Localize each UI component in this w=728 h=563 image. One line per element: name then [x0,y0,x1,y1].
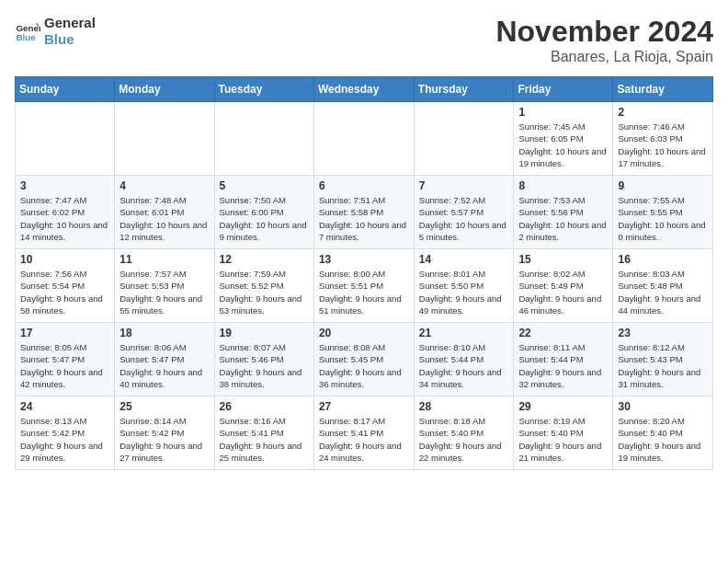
week-row-2: 3Sunrise: 7:47 AM Sunset: 6:02 PM Daylig… [16,176,713,249]
day-number: 30 [618,400,708,413]
day-number: 3 [20,179,109,192]
calendar-cell: 3Sunrise: 7:47 AM Sunset: 6:02 PM Daylig… [16,176,115,249]
day-info: Sunrise: 8:01 AM Sunset: 5:50 PM Dayligh… [419,268,509,316]
day-info: Sunrise: 8:05 AM Sunset: 5:47 PM Dayligh… [20,341,109,390]
weekday-header-row: SundayMondayTuesdayWednesdayThursdayFrid… [16,77,713,102]
svg-text:Blue: Blue [16,32,36,42]
calendar-cell: 29Sunrise: 8:19 AM Sunset: 5:40 PM Dayli… [514,396,613,470]
calendar-cell: 27Sunrise: 8:17 AM Sunset: 5:41 PM Dayli… [313,396,414,470]
day-number: 12 [220,253,309,266]
day-info: Sunrise: 8:06 AM Sunset: 5:47 PM Dayligh… [119,341,209,390]
day-number: 4 [119,179,209,192]
day-number: 7 [419,179,509,192]
weekday-header-thursday: Thursday [414,77,514,102]
day-number: 20 [319,327,409,339]
day-info: Sunrise: 7:59 AM Sunset: 5:52 PM Dayligh… [220,268,309,316]
calendar-cell: 28Sunrise: 8:18 AM Sunset: 5:40 PM Dayli… [414,396,514,470]
week-row-4: 17Sunrise: 8:05 AM Sunset: 5:47 PM Dayli… [16,323,713,396]
day-info: Sunrise: 7:56 AM Sunset: 5:54 PM Dayligh… [20,268,109,316]
calendar-cell [414,102,514,176]
day-info: Sunrise: 7:57 AM Sunset: 5:53 PM Dayligh… [119,268,209,316]
day-info: Sunrise: 8:03 AM Sunset: 5:48 PM Dayligh… [618,268,708,316]
weekday-header-tuesday: Tuesday [214,77,313,102]
calendar-cell: 19Sunrise: 8:07 AM Sunset: 5:46 PM Dayli… [214,323,313,396]
day-number: 11 [119,253,209,266]
day-number: 28 [419,400,509,413]
day-info: Sunrise: 7:51 AM Sunset: 5:58 PM Dayligh… [319,194,409,243]
calendar-cell: 8Sunrise: 7:53 AM Sunset: 5:56 PM Daylig… [514,176,613,249]
day-number: 16 [618,253,708,266]
day-info: Sunrise: 8:02 AM Sunset: 5:49 PM Dayligh… [518,268,608,316]
calendar-cell: 16Sunrise: 8:03 AM Sunset: 5:48 PM Dayli… [613,249,713,323]
day-number: 26 [220,400,309,413]
calendar-cell [214,102,313,176]
calendar-cell: 21Sunrise: 8:10 AM Sunset: 5:44 PM Dayli… [414,323,514,396]
calendar-cell: 13Sunrise: 8:00 AM Sunset: 5:51 PM Dayli… [313,249,414,323]
weekday-header-monday: Monday [115,77,214,102]
day-number: 13 [319,253,409,266]
week-row-1: 1Sunrise: 7:45 AM Sunset: 6:05 PM Daylig… [16,102,713,176]
calendar-cell: 17Sunrise: 8:05 AM Sunset: 5:47 PM Dayli… [16,323,115,396]
day-number: 9 [618,179,708,192]
day-info: Sunrise: 7:52 AM Sunset: 5:57 PM Dayligh… [419,194,509,243]
calendar-cell: 18Sunrise: 8:06 AM Sunset: 5:47 PM Dayli… [115,323,214,396]
calendar-cell: 25Sunrise: 8:14 AM Sunset: 5:42 PM Dayli… [115,396,214,470]
day-number: 8 [518,179,608,192]
weekday-header-saturday: Saturday [613,77,713,102]
calendar-cell [16,102,115,176]
weekday-header-sunday: Sunday [16,77,115,102]
day-info: Sunrise: 8:12 AM Sunset: 5:43 PM Dayligh… [618,341,708,390]
day-number: 24 [20,400,109,413]
weekday-header-friday: Friday [514,77,613,102]
day-info: Sunrise: 7:53 AM Sunset: 5:56 PM Dayligh… [518,194,608,243]
week-row-3: 10Sunrise: 7:56 AM Sunset: 5:54 PM Dayli… [16,249,713,323]
calendar-cell: 20Sunrise: 8:08 AM Sunset: 5:45 PM Dayli… [313,323,414,396]
day-number: 15 [518,253,608,266]
day-info: Sunrise: 8:00 AM Sunset: 5:51 PM Dayligh… [319,268,409,316]
day-info: Sunrise: 7:46 AM Sunset: 6:03 PM Dayligh… [618,121,708,169]
calendar-cell: 30Sunrise: 8:20 AM Sunset: 5:40 PM Dayli… [613,396,713,470]
day-number: 18 [119,327,209,339]
weekday-header-wednesday: Wednesday [313,77,414,102]
calendar-cell: 2Sunrise: 7:46 AM Sunset: 6:03 PM Daylig… [613,102,713,176]
day-number: 14 [419,253,509,266]
day-number: 10 [20,253,109,266]
calendar-cell: 1Sunrise: 7:45 AM Sunset: 6:05 PM Daylig… [514,102,613,176]
day-info: Sunrise: 8:08 AM Sunset: 5:45 PM Dayligh… [319,341,409,390]
day-info: Sunrise: 8:17 AM Sunset: 5:41 PM Dayligh… [319,415,409,464]
day-number: 17 [20,327,109,339]
day-number: 5 [220,179,309,192]
day-info: Sunrise: 7:45 AM Sunset: 6:05 PM Dayligh… [518,121,608,169]
calendar-cell: 6Sunrise: 7:51 AM Sunset: 5:58 PM Daylig… [313,176,414,249]
calendar-cell: 24Sunrise: 8:13 AM Sunset: 5:42 PM Dayli… [16,396,115,470]
day-number: 23 [618,327,708,339]
day-info: Sunrise: 7:50 AM Sunset: 6:00 PM Dayligh… [220,194,309,243]
location: Banares, La Rioja, Spain [495,49,713,65]
calendar-cell: 9Sunrise: 7:55 AM Sunset: 5:55 PM Daylig… [613,176,713,249]
day-info: Sunrise: 8:10 AM Sunset: 5:44 PM Dayligh… [419,341,509,390]
calendar-cell: 26Sunrise: 8:16 AM Sunset: 5:41 PM Dayli… [214,396,313,470]
day-number: 6 [319,179,409,192]
calendar-table: SundayMondayTuesdayWednesdayThursdayFrid… [15,76,713,470]
day-info: Sunrise: 7:47 AM Sunset: 6:02 PM Dayligh… [20,194,109,243]
day-number: 29 [518,400,608,413]
day-info: Sunrise: 8:11 AM Sunset: 5:44 PM Dayligh… [518,341,608,390]
calendar-cell [313,102,414,176]
day-number: 2 [618,106,708,119]
calendar-cell: 7Sunrise: 7:52 AM Sunset: 5:57 PM Daylig… [414,176,514,249]
calendar-cell: 5Sunrise: 7:50 AM Sunset: 6:00 PM Daylig… [214,176,313,249]
page-header: General Blue General Blue November 2024 … [15,15,713,65]
logo: General Blue General Blue [15,15,96,48]
day-number: 21 [419,327,509,339]
calendar-cell: 23Sunrise: 8:12 AM Sunset: 5:43 PM Dayli… [613,323,713,396]
day-info: Sunrise: 8:18 AM Sunset: 5:40 PM Dayligh… [419,415,509,464]
day-number: 27 [319,400,409,413]
day-number: 22 [518,327,608,339]
day-info: Sunrise: 7:48 AM Sunset: 6:01 PM Dayligh… [119,194,209,243]
calendar-cell: 14Sunrise: 8:01 AM Sunset: 5:50 PM Dayli… [414,249,514,323]
day-info: Sunrise: 8:07 AM Sunset: 5:46 PM Dayligh… [220,341,309,390]
calendar-cell [115,102,214,176]
calendar-cell: 11Sunrise: 7:57 AM Sunset: 5:53 PM Dayli… [115,249,214,323]
day-info: Sunrise: 7:55 AM Sunset: 5:55 PM Dayligh… [618,194,708,243]
logo-icon: General Blue [15,18,40,44]
